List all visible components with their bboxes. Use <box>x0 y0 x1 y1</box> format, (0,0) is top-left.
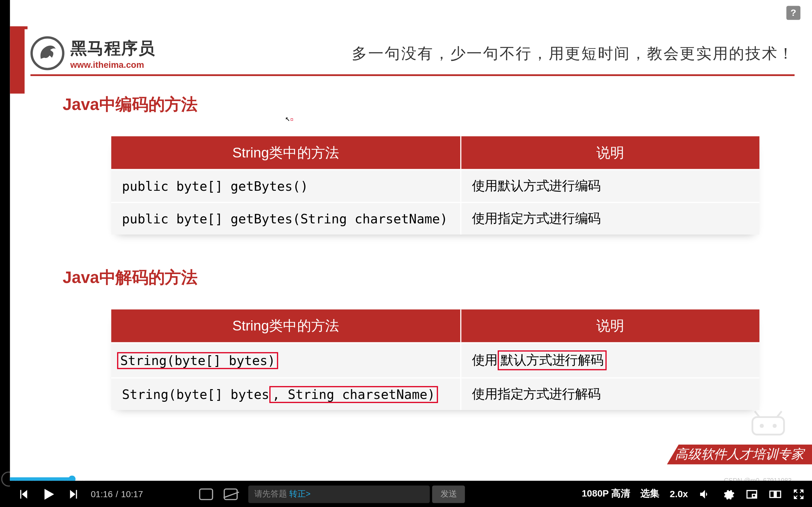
table-row: String(byte[] bytes, String charsetName)… <box>111 377 759 410</box>
verify-link[interactable]: 转正> <box>289 489 310 499</box>
decoration-stripe-top <box>10 26 27 29</box>
fullscreen-icon[interactable] <box>792 488 805 501</box>
prev-button[interactable] <box>17 488 30 501</box>
pip-icon[interactable] <box>745 488 758 501</box>
send-button[interactable]: 发送 <box>432 485 465 503</box>
encoding-table: String类中的方法 说明 public byte[] getBytes() … <box>111 136 759 234</box>
table-row: public byte[] getBytes(String charsetNam… <box>111 202 759 234</box>
danmaku-input[interactable]: 请先答题 转正> <box>248 485 430 503</box>
danmaku-toggle-icon[interactable] <box>199 488 213 500</box>
table-row: public byte[] getBytes() 使用默认方式进行编码 <box>111 169 759 202</box>
table-header: String类中的方法 <box>111 309 461 342</box>
danmaku-settings-icon[interactable] <box>224 488 238 500</box>
play-button[interactable] <box>40 486 57 502</box>
brand-url: www.itheima.com <box>70 59 155 69</box>
decoration-stripe <box>10 26 24 94</box>
progress-bar[interactable] <box>10 477 802 481</box>
table-header: 说明 <box>461 136 759 169</box>
decoding-table: String类中的方法 说明 String(byte[] bytes) 使用默认… <box>111 309 759 410</box>
table-row: String(byte[] bytes) 使用默认方式进行解码 <box>111 342 759 377</box>
speed-button[interactable]: 2.0x <box>670 489 688 499</box>
section1-title: Java中编码的方法 <box>63 94 760 116</box>
section2-title: Java中解码的方法 <box>63 267 760 289</box>
cursor-icon: ↖▫ <box>285 113 294 123</box>
progress-fill <box>10 477 73 481</box>
wide-icon[interactable] <box>769 488 782 501</box>
brand-name: 黑马程序员 <box>70 37 155 59</box>
svg-point-3 <box>761 425 763 427</box>
help-icon[interactable]: ? <box>786 6 800 20</box>
svg-rect-0 <box>752 417 784 435</box>
highlight-box: 默认方式进行解码 <box>498 350 606 371</box>
highlight-box: String(byte[] bytes) <box>117 352 278 369</box>
footer-banner: 高级软件人才培训专家 <box>667 445 812 464</box>
player-controls: 01:16/10:17 请先答题 转正> 发送 1080P 高清 选集 2.0x <box>10 481 812 507</box>
settings-icon[interactable] <box>722 488 735 501</box>
svg-rect-6 <box>774 491 777 497</box>
quality-button[interactable]: 1080P 高清 <box>582 488 630 500</box>
bilibili-watermark-icon <box>748 408 789 440</box>
logo-icon <box>31 36 64 70</box>
slogan: 多一句没有，少一句不行，用更短时间，教会更实用的技术！ <box>352 43 795 64</box>
episodes-button[interactable]: 选集 <box>641 488 659 500</box>
highlight-box: , String charsetName) <box>269 386 438 403</box>
table-header: 说明 <box>461 309 759 342</box>
volume-icon[interactable] <box>699 488 711 501</box>
video-title: IO流-16-Java中编码和解码的代码实现 <box>21 5 220 21</box>
next-button[interactable] <box>67 488 80 501</box>
slide-header: 黑马程序员 www.itheima.com 多一句没有，少一句不行，用更短时间，… <box>31 32 795 76</box>
time-display: 01:16/10:17 <box>91 489 143 499</box>
table-header: String类中的方法 <box>111 136 461 169</box>
svg-point-4 <box>774 425 776 427</box>
